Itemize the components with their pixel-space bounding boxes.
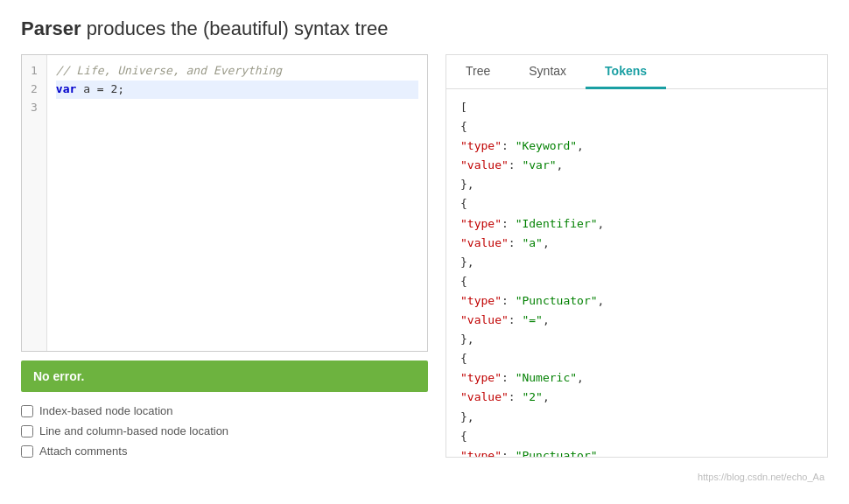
checkbox-input[interactable] [21, 405, 33, 417]
json-line: { [460, 427, 813, 446]
checkbox-label: Index-based node location [39, 404, 173, 417]
code-editor[interactable]: 123 // Life, Universe, and Everythingvar… [21, 54, 428, 352]
json-line: "value": "var", [460, 156, 813, 175]
json-line: "value": "2", [460, 388, 813, 407]
json-line: "type": "Punctuator", [460, 291, 813, 311]
line-number: 2 [27, 80, 41, 99]
right-panel: TreeSyntaxTokens [ { "type": "Keyword", … [446, 54, 828, 458]
json-line: "type": "Numeric", [460, 368, 813, 388]
json-line: [ [460, 98, 813, 117]
checkbox-item: Attach comments [21, 444, 428, 458]
json-line: "value": "=", [460, 311, 813, 330]
checkbox-label: Line and column-based node location [39, 424, 228, 438]
line-number: 3 [27, 99, 41, 117]
tab-item-tree[interactable]: Tree [446, 55, 509, 89]
line-numbers: 123 [22, 55, 47, 351]
json-line: { [460, 349, 813, 368]
json-line: { [460, 194, 813, 214]
tab-item-tokens[interactable]: Tokens [586, 55, 666, 89]
json-line: { [460, 117, 813, 136]
watermark: https://blog.csdn.net/echo_Aa [21, 472, 828, 482]
checkbox-input[interactable] [21, 445, 33, 458]
page-title: Parser produces the (beautiful) syntax t… [21, 18, 828, 40]
left-panel: 123 // Life, Universe, and Everythingvar… [21, 54, 428, 465]
json-line: }, [460, 175, 813, 194]
error-bar: No error. [21, 360, 428, 392]
json-line: }, [460, 408, 813, 427]
json-line: }, [460, 330, 813, 349]
checkbox-item: Index-based node location [21, 404, 428, 417]
title-rest: produces the (beautiful) syntax tree [81, 18, 389, 39]
checkboxes: Index-based node locationLine and column… [21, 404, 428, 458]
checkbox-item: Line and column-based node location [21, 424, 428, 438]
json-line: "type": "Identifier", [460, 214, 813, 234]
json-line: { [460, 272, 813, 291]
code-line [56, 99, 418, 117]
tabs-header: TreeSyntaxTokens [446, 55, 827, 89]
json-line: "value": "a", [460, 234, 813, 253]
line-number: 1 [27, 62, 41, 80]
json-line: }, [460, 253, 813, 272]
json-line: "type": "Punctuator", [460, 446, 813, 457]
tab-item-syntax[interactable]: Syntax [509, 55, 586, 89]
code-line: var a = 2; [56, 80, 418, 99]
json-line: "type": "Keyword", [460, 136, 813, 156]
checkbox-input[interactable] [21, 425, 33, 438]
title-bold: Parser [21, 18, 81, 39]
code-line: // Life, Universe, and Everything [56, 62, 418, 80]
checkbox-label: Attach comments [39, 444, 127, 458]
code-content[interactable]: // Life, Universe, and Everythingvar a =… [47, 55, 427, 351]
error-label: No error. [33, 369, 84, 383]
code-lines: 123 // Life, Universe, and Everythingvar… [22, 55, 427, 351]
main-layout: 123 // Life, Universe, and Everythingvar… [21, 54, 828, 465]
tab-content[interactable]: [ { "type": "Keyword", "value": "var", }… [446, 89, 827, 457]
